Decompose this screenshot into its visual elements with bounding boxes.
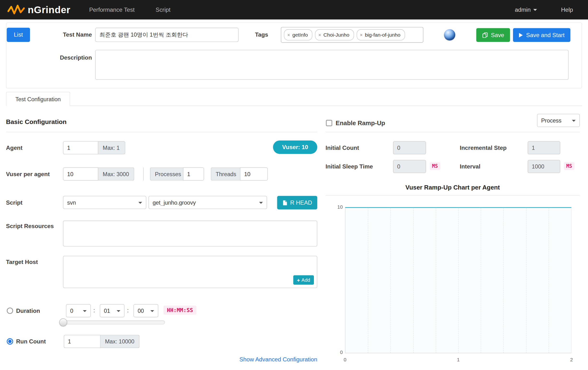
chart-gridline — [390, 208, 391, 353]
agent-count-input[interactable] — [63, 141, 98, 154]
divider — [326, 195, 580, 196]
divider — [143, 168, 144, 181]
show-advanced-configuration-link[interactable]: Show Advanced Configuration — [239, 356, 317, 363]
vuser-per-agent-input[interactable] — [63, 168, 98, 181]
initial-sleep-time-input[interactable] — [393, 160, 426, 173]
rhead-button-label: R HEAD — [290, 199, 312, 206]
agent-max-addon: Max: 1 — [98, 141, 125, 154]
threads-input[interactable] — [240, 168, 268, 181]
test-header-panel: List Test Name Tags × getInfo × Choi-Jun… — [6, 22, 582, 88]
ngrinder-logo-icon — [7, 5, 25, 15]
processes-addon: Processes — [150, 168, 183, 181]
initial-sleep-time-label: Initial Sleep Time — [326, 163, 373, 170]
tags-input[interactable]: × getInfo × Choi-Junho × big-fan-of-junh… — [281, 27, 423, 43]
nav-help[interactable]: Help — [561, 6, 573, 13]
incremental-step-label: Incremental Step — [460, 145, 506, 151]
description-textarea[interactable] — [95, 50, 569, 80]
chart-gridline — [458, 208, 459, 353]
ms-unit-badge: MS — [564, 162, 574, 170]
user-menu[interactable]: admin — [515, 6, 537, 13]
user-name: admin — [515, 6, 531, 13]
ngrinder-app: nGrinder Performance Test Script admin H… — [0, 0, 588, 370]
enable-rampup-checkbox[interactable] — [326, 120, 332, 126]
run-count-radio[interactable] — [7, 338, 13, 345]
nav-menu: Performance Test Script — [89, 6, 170, 13]
save-and-start-button[interactable]: Save and Start — [513, 28, 570, 42]
run-count-input[interactable] — [64, 335, 100, 348]
initial-count-input[interactable] — [393, 141, 426, 154]
caret-down-icon — [533, 9, 537, 13]
remove-tag-icon[interactable]: × — [318, 32, 321, 38]
processes-input[interactable] — [183, 168, 204, 181]
ms-unit-badge: MS — [430, 162, 440, 170]
nav-right: admin Help — [515, 6, 573, 13]
rampup-chart — [345, 207, 571, 353]
duration-hour-select[interactable]: 0 — [66, 304, 91, 317]
test-status-icon — [444, 29, 455, 40]
chart-gridline — [548, 208, 549, 353]
basic-configuration-title: Basic Configuration — [6, 119, 67, 126]
plus-icon: + — [297, 277, 300, 283]
interval-input[interactable] — [528, 160, 560, 173]
chart-gridline — [481, 208, 481, 353]
chart-gridline — [368, 208, 368, 353]
script-file-select[interactable]: get_junho.groovy — [148, 196, 267, 209]
add-host-button[interactable]: + Add — [293, 275, 314, 285]
ngrinder-logo[interactable]: nGrinder — [7, 4, 70, 16]
rampup-chart-title: Vuser Ramp-Up Chart per Agent — [326, 184, 580, 191]
x-tick-0: 0 — [342, 357, 348, 363]
tag-pill: × Choi-Junho — [315, 29, 354, 40]
rhead-button[interactable]: R HEAD — [277, 196, 317, 210]
top-navbar: nGrinder Performance Test Script admin H… — [0, 0, 588, 19]
brand-title: nGrinder — [28, 4, 70, 16]
add-host-label: Add — [301, 277, 310, 283]
target-host-label: Target Host — [6, 259, 38, 265]
chart-gridline — [413, 208, 414, 353]
incremental-step-input[interactable] — [528, 141, 560, 154]
run-count-label: Run Count — [16, 338, 46, 345]
threads-addon: Threads — [211, 168, 240, 181]
x-tick-2: 2 — [569, 357, 574, 363]
y-tick-min: 0 — [333, 350, 343, 355]
tag-label: Choi-Junho — [324, 32, 349, 38]
vuser-total-badge: Vuser: 10 — [273, 140, 317, 154]
duration-second-select[interactable]: 00 — [134, 304, 158, 317]
tab-bar: Test Configuration — [6, 91, 582, 106]
remove-tag-icon[interactable]: × — [287, 32, 290, 38]
target-host-box[interactable]: + Add — [63, 256, 317, 288]
duration-slider-track[interactable] — [60, 320, 165, 324]
y-tick-max: 10 — [333, 204, 343, 210]
nav-script[interactable]: Script — [156, 6, 170, 13]
x-tick-1: 1 — [456, 357, 461, 363]
rampup-type-select[interactable]: Process — [537, 114, 580, 127]
script-repo-select[interactable]: svn — [63, 196, 146, 209]
test-name-input[interactable] — [95, 28, 239, 42]
save-icon — [482, 32, 488, 38]
configuration-area: Basic Configuration Agent Max: 1 Vuser: … — [0, 106, 588, 370]
script-resources-box[interactable] — [63, 221, 317, 247]
tag-label: getInfo — [292, 32, 308, 38]
duration-label: Duration — [16, 308, 40, 314]
duration-minute-select[interactable]: 01 — [100, 304, 124, 317]
remove-tag-icon[interactable]: × — [360, 32, 363, 38]
script-label: Script — [6, 199, 22, 206]
divider — [326, 132, 580, 132]
save-and-start-label: Save and Start — [526, 32, 565, 38]
interval-label: Interval — [460, 163, 480, 170]
duration-radio[interactable] — [7, 308, 13, 314]
agent-label: Agent — [6, 145, 22, 151]
initial-count-label: Initial Count — [326, 145, 359, 151]
save-button-label: Save — [491, 32, 504, 38]
test-name-label: Test Name — [36, 31, 92, 38]
list-button[interactable]: List — [7, 28, 30, 42]
nav-performance-test[interactable]: Performance Test — [89, 6, 135, 13]
tag-pill: × getInfo — [284, 29, 313, 40]
tab-test-configuration[interactable]: Test Configuration — [6, 92, 70, 106]
save-button[interactable]: Save — [476, 28, 510, 42]
run-count-max-addon: Max: 10000 — [100, 335, 139, 348]
tag-label: big-fan-of-junho — [365, 32, 400, 38]
file-icon — [282, 200, 287, 205]
rampup-section: Enable Ramp-Up Process Initial Count Inc… — [326, 106, 580, 370]
duration-slider-handle[interactable] — [59, 318, 67, 326]
play-icon — [519, 32, 523, 38]
